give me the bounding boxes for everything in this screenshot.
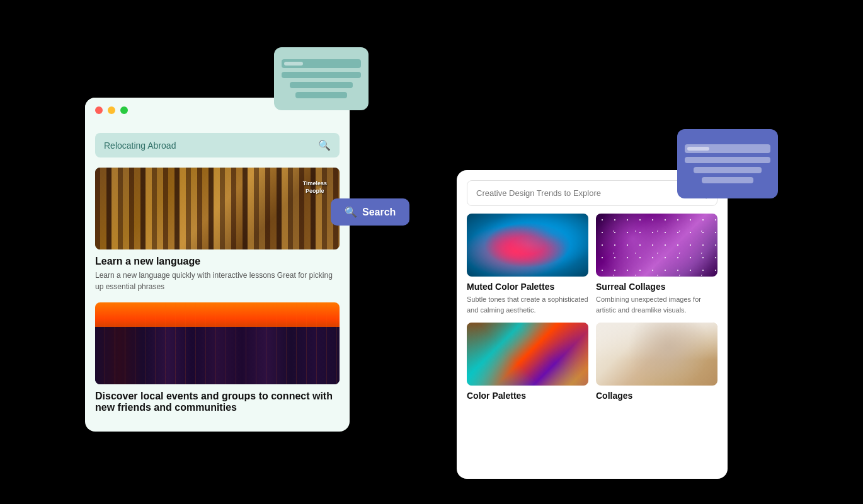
card1-title: Learn a new language [95, 256, 340, 267]
widget-top-bar [282, 59, 361, 68]
collages-visual [596, 323, 717, 386]
color-palettes-image [467, 323, 588, 386]
city-image [95, 302, 340, 384]
collages-image [596, 323, 717, 386]
teal-ui-widget [274, 47, 369, 110]
widget-line-3 [295, 92, 347, 98]
browser-right: 🔍 Muted Color Palettes Subtle tones that… [457, 170, 728, 479]
surreal-collages-desc: Combining unexpected images for artistic… [596, 294, 717, 315]
card-muted-palettes[interactable]: Muted Color Palettes Subtle tones that c… [467, 214, 588, 315]
blue-widget-bar-mini [687, 147, 709, 151]
color-palettes-title: Color Palettes [467, 391, 588, 401]
search-button-icon: 🔍 [345, 206, 357, 218]
surreal-collages-title: Surreal Collages [596, 282, 717, 292]
left-search-input[interactable] [104, 140, 318, 151]
book-text: TimelessPeople [303, 180, 327, 195]
blue-widget-top-bar [685, 144, 770, 153]
widget-line-1 [282, 72, 361, 78]
browser-left: 🔍 TimelessPeople Learn a new language Le… [85, 98, 350, 432]
muted-palettes-desc: Subtle tones that create a sophisticated… [467, 294, 588, 315]
search-button[interactable]: 🔍 Search [331, 198, 409, 226]
surreal-collages-image [596, 214, 717, 277]
maximize-dot[interactable] [120, 106, 128, 114]
card-surreal-collages[interactable]: Surreal Collages Combining unexpected im… [596, 214, 717, 315]
widget-line-2 [290, 82, 353, 88]
minimize-dot[interactable] [108, 106, 115, 114]
blue-widget-line-2 [694, 167, 762, 173]
blue-widget-line-3 [702, 177, 753, 183]
widget-bar-mini [284, 62, 303, 66]
scene: 🔍 TimelessPeople Learn a new language Le… [85, 47, 778, 457]
muted-visual [467, 214, 588, 277]
card-collages[interactable]: Collages [596, 323, 717, 403]
left-search-icon: 🔍 [318, 139, 331, 151]
right-search-input[interactable] [476, 188, 695, 198]
color-palettes-visual [467, 323, 588, 386]
books-image: TimelessPeople [95, 168, 340, 249]
card-language: TimelessPeople Learn a new language Lear… [95, 168, 340, 292]
search-button-label: Search [362, 207, 396, 218]
city-visual [95, 302, 340, 384]
left-browser-content: 🔍 TimelessPeople Learn a new language Le… [85, 123, 350, 432]
search-button-container: 🔍 Search [331, 198, 409, 226]
blue-widget-line-1 [685, 157, 770, 163]
design-trends-grid: Muted Color Palettes Subtle tones that c… [457, 214, 728, 413]
card-community: Discover local events and groups to conn… [95, 302, 340, 413]
card1-desc: Learn a new language quickly with intera… [95, 270, 340, 292]
left-search-bar[interactable]: 🔍 [95, 133, 340, 158]
surreal-visual [596, 214, 717, 277]
card-color-palettes[interactable]: Color Palettes [467, 323, 588, 403]
close-dot[interactable] [95, 106, 103, 114]
muted-palettes-image [467, 214, 588, 277]
card2-title: Discover local events and groups to conn… [95, 391, 340, 413]
blue-ui-widget [677, 129, 778, 198]
muted-palettes-title: Muted Color Palettes [467, 282, 588, 292]
collages-title: Collages [596, 391, 717, 401]
books-visual: TimelessPeople [95, 168, 340, 249]
